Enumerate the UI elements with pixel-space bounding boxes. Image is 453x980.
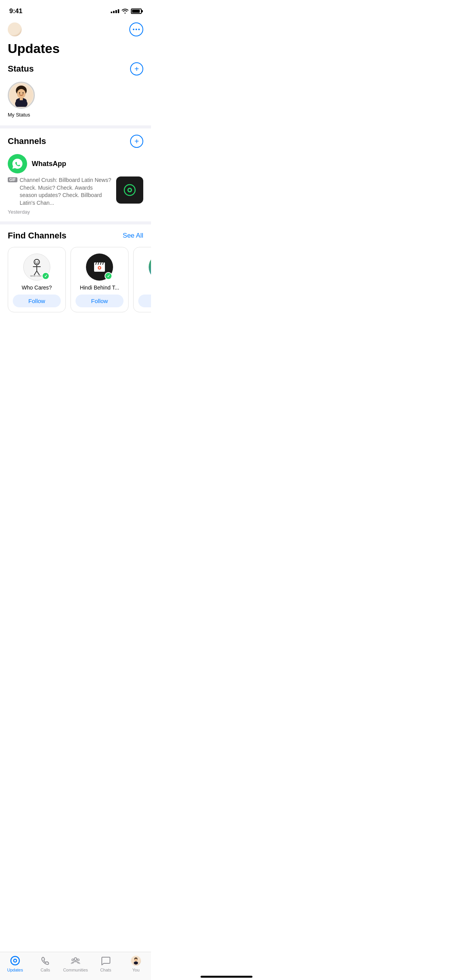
battery-icon (131, 9, 142, 14)
whatsapp-channel-name: WhatsApp (32, 160, 66, 168)
add-status-button[interactable]: + (130, 62, 143, 75)
page-title: Updates (0, 38, 151, 62)
status-bar: 9:41 (0, 0, 151, 19)
follow-button-moneyco[interactable]: Follow (138, 295, 151, 307)
moneyco-avatar: m (149, 254, 151, 281)
my-status-label: My Status (8, 112, 30, 118)
gif-badge: GIF (8, 177, 17, 182)
status-time: 9:41 (9, 7, 22, 15)
svg-point-2 (17, 89, 26, 98)
more-options-button[interactable] (129, 22, 143, 36)
section-divider (0, 125, 151, 128)
channels-section-header: Channels + (0, 135, 151, 154)
svg-point-13 (38, 261, 38, 262)
status-section-header: Status + (0, 62, 151, 82)
channel-card-moneyco[interactable]: m moneyco Follow (133, 247, 151, 312)
status-section-title: Status (8, 64, 34, 74)
wifi-icon (122, 8, 129, 15)
find-channels-header: Find Channels See All (0, 231, 151, 247)
follow-button-hindi[interactable]: Follow (76, 295, 124, 307)
channels-section-title: Channels (8, 136, 46, 146)
verified-badge-who-cares (42, 272, 50, 280)
svg-point-12 (35, 261, 36, 262)
channel-message-text: Channel Crush: Billboard Latin News? Che… (20, 176, 112, 207)
see-all-link[interactable]: See All (123, 232, 143, 240)
svg-text:WHO CAR: WHO CAR (30, 275, 42, 277)
find-channels-section: Find Channels See All (0, 224, 151, 320)
channel-time: Yesterday (8, 209, 30, 215)
channel-cards-container: WHO CAR Who Cares? Follow (0, 247, 151, 320)
who-cares-avatar-wrapper: WHO CAR (23, 254, 50, 281)
channel-card-name-hindi: Hindi Behind T... (80, 284, 119, 291)
find-channels-title: Find Channels (8, 231, 67, 241)
svg-point-11 (34, 259, 39, 265)
svg-point-10 (129, 189, 131, 191)
channel-card-name-who-cares: Who Cares? (22, 284, 52, 291)
whatsapp-channel-icon (8, 154, 27, 173)
channel-top: WhatsApp (8, 154, 143, 173)
page-header (0, 19, 151, 38)
section-divider-2 (0, 221, 151, 224)
channel-message-row: GIF Channel Crush: Billboard Latin News?… (8, 176, 143, 215)
my-status-item[interactable]: My Status (8, 82, 39, 118)
channel-item-whatsapp[interactable]: WhatsApp GIF Channel Crush: Billboard La… (0, 154, 151, 221)
channel-thumbnail (116, 176, 143, 204)
moneyco-avatar-wrapper: m (149, 254, 151, 281)
my-status-avatar (8, 82, 35, 109)
profile-avatar-small[interactable] (8, 22, 22, 36)
signal-icon (111, 9, 119, 13)
svg-point-6 (19, 93, 20, 94)
channel-card-hindi[interactable]: Hindi Behind T... Follow (70, 247, 129, 312)
status-icons (111, 8, 142, 15)
verified-badge-hindi (105, 272, 112, 280)
status-section: My Status (0, 82, 151, 125)
svg-rect-5 (20, 97, 23, 100)
channel-card-who-cares[interactable]: WHO CAR Who Cares? Follow (8, 247, 66, 312)
add-channel-button[interactable]: + (130, 135, 143, 148)
follow-button-who-cares[interactable]: Follow (13, 295, 61, 307)
channels-section: Channels + WhatsApp GIF Channel Crush: (0, 128, 151, 221)
svg-point-7 (22, 93, 24, 94)
svg-point-26 (99, 267, 100, 269)
hindi-avatar-wrapper (86, 254, 113, 281)
